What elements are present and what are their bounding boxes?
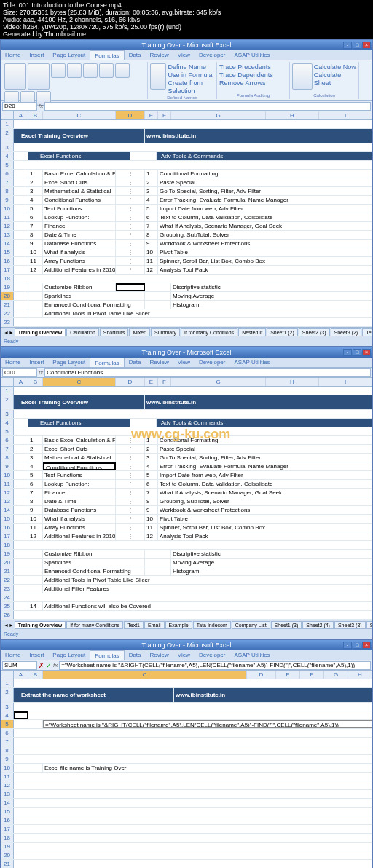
tab-view[interactable]: View xyxy=(173,50,195,60)
date-time-icon[interactable] xyxy=(115,63,130,78)
tab-formulas[interactable]: Formulas xyxy=(90,50,124,60)
ribbon-tabs: Home Insert Page Layout Formulas Data Re… xyxy=(1,358,372,368)
sheet-tab[interactable]: Summary xyxy=(151,328,180,336)
col-e[interactable]: E xyxy=(145,111,158,119)
tab-asap[interactable]: ASAP Utilities xyxy=(229,50,274,60)
title-bar: Training Over - Microsoft Excel -□× xyxy=(1,347,372,358)
text-icon[interactable] xyxy=(99,63,114,78)
sheet-tab[interactable]: Sheet3 (2) xyxy=(331,328,362,336)
cancel-icon[interactable]: ✗ xyxy=(39,662,44,669)
sheet-tab[interactable]: Sheet2 (4) xyxy=(302,621,334,629)
name-manager-icon[interactable] xyxy=(150,63,166,90)
fx-icon[interactable]: fx xyxy=(53,662,58,668)
sheet-tab[interactable]: Sheet3 (3) xyxy=(334,621,366,629)
formula-bar: fx xyxy=(1,101,372,111)
formula-input[interactable] xyxy=(44,102,371,111)
fx-icon[interactable]: fx xyxy=(39,369,43,376)
sheet-tab[interactable]: Text1 xyxy=(124,621,144,629)
formula-input[interactable] xyxy=(59,661,371,670)
name-box[interactable] xyxy=(2,368,37,377)
sheet-tab[interactable]: If for many Conditions xyxy=(66,621,123,629)
col-i[interactable]: I xyxy=(319,111,372,119)
financial-icon[interactable] xyxy=(67,63,82,78)
col-f[interactable]: F xyxy=(158,111,171,119)
logical-icon[interactable] xyxy=(83,63,98,78)
tab-insert[interactable]: Insert xyxy=(25,50,48,60)
trace-dependents-link[interactable]: Trace Dependents xyxy=(219,71,287,79)
sheet-tab[interactable]: Email xyxy=(144,621,165,629)
sheet-body[interactable]: 1 2Extract the name of worksheetwww.ibin… xyxy=(1,679,372,868)
status-bar: Ready xyxy=(1,337,372,346)
enter-icon[interactable]: ✓ xyxy=(46,662,52,669)
excel-window-2: Training Over - Microsoft Excel -□× Home… xyxy=(0,347,373,639)
calculate-sheet-link[interactable]: Calculate Sheet xyxy=(314,71,356,87)
autosum-icon[interactable] xyxy=(28,63,50,90)
calculate-now-link[interactable]: Calculate Now xyxy=(314,63,356,71)
excel-window-1: Training Over - Microsoft Excel -□× Home… xyxy=(0,39,373,347)
sheet-tab[interactable]: Sheet1 (3) xyxy=(271,621,302,629)
col-g[interactable]: G xyxy=(171,111,266,119)
formula-bar: fx xyxy=(1,368,372,378)
col-a[interactable]: A xyxy=(14,111,28,119)
name-box[interactable] xyxy=(2,102,37,111)
sheet-tab[interactable]: Text1 xyxy=(362,328,372,336)
close-icon[interactable]: × xyxy=(362,42,371,49)
recently-used-icon[interactable] xyxy=(51,63,66,78)
tab-developer[interactable]: Developer xyxy=(195,50,229,60)
close-icon[interactable]: × xyxy=(362,349,371,356)
minimize-icon[interactable]: - xyxy=(343,349,352,356)
create-from-selection-link[interactable]: Create from Selection xyxy=(168,79,214,95)
excel-window-3: Training Over - Microsoft Excel -□× Home… xyxy=(0,639,373,868)
select-all-corner[interactable] xyxy=(1,111,14,119)
sheet-tab[interactable]: Shortcuts xyxy=(100,328,129,336)
col-h[interactable]: H xyxy=(266,111,319,119)
col-c[interactable]: C xyxy=(43,111,116,119)
tab-home[interactable]: Home xyxy=(1,50,25,60)
formula-input[interactable] xyxy=(44,368,371,377)
column-headers: A B C D E F G H I xyxy=(1,111,372,120)
sheet-tab[interactable]: Tata Indecom xyxy=(193,621,231,629)
sheet-tab[interactable]: Example xyxy=(165,621,192,629)
tab-review[interactable]: Review xyxy=(146,50,173,60)
sheet-tab[interactable]: Nested If xyxy=(238,328,266,336)
use-in-formula-link[interactable]: Use in Formula xyxy=(168,71,214,79)
sheet-tab[interactable]: If for many Conditions xyxy=(181,328,237,336)
ribbon-tabs: Home Insert Page Layout Formulas Data Re… xyxy=(1,50,372,60)
sheet-tab[interactable]: Training Overview xyxy=(15,328,66,336)
video-info: Title: 001 Introduction to the Course.mp… xyxy=(0,0,373,39)
ribbon: Function Library Define Name Use in Form… xyxy=(1,60,372,101)
col-d[interactable]: D xyxy=(116,111,145,119)
selected-cell[interactable] xyxy=(116,283,145,291)
sheet-tab[interactable]: Mixed xyxy=(129,328,150,336)
define-name-link[interactable]: Define Name xyxy=(168,63,214,71)
title-bar: Training Over - Microsoft Excel -□× xyxy=(1,40,372,50)
maximize-icon[interactable]: □ xyxy=(353,42,361,49)
insert-function-icon[interactable] xyxy=(4,63,26,90)
sheet-tab[interactable]: Company List xyxy=(232,621,270,629)
calculation-options-icon[interactable] xyxy=(292,63,313,90)
selected-cell[interactable] xyxy=(14,711,28,719)
sheet-tab[interactable]: Sheet1 (2) xyxy=(267,328,298,336)
remove-arrows-link[interactable]: Remove Arrows xyxy=(219,79,287,87)
tab-data[interactable]: Data xyxy=(125,50,146,60)
sheet-tabs: ◄►Training OverviewCalculationShortcutsM… xyxy=(1,327,372,337)
minimize-icon[interactable]: - xyxy=(343,42,352,49)
name-box[interactable] xyxy=(2,661,37,670)
sheet-tab[interactable]: Training Overview xyxy=(15,621,66,629)
col-b[interactable]: B xyxy=(28,111,43,119)
sheet-tab[interactable]: Sheet2 (3) xyxy=(299,328,330,336)
trace-precedents-link[interactable]: Trace Precedents xyxy=(219,63,287,71)
maximize-icon[interactable]: □ xyxy=(353,349,361,356)
tab-pagelayout[interactable]: Page Layout xyxy=(48,50,90,60)
fx-icon[interactable]: fx xyxy=(39,103,43,109)
sheet-body[interactable]: 1 2Excel Training Overviewwww.ibinstitut… xyxy=(1,120,372,327)
sheet-tab[interactable]: Calculation xyxy=(66,328,99,336)
sheet-tab[interactable]: Sheet1 (2) xyxy=(366,621,372,629)
sheet-body[interactable]: 1 2Excel Training Overviewwww.ibinstitut… xyxy=(1,387,372,620)
